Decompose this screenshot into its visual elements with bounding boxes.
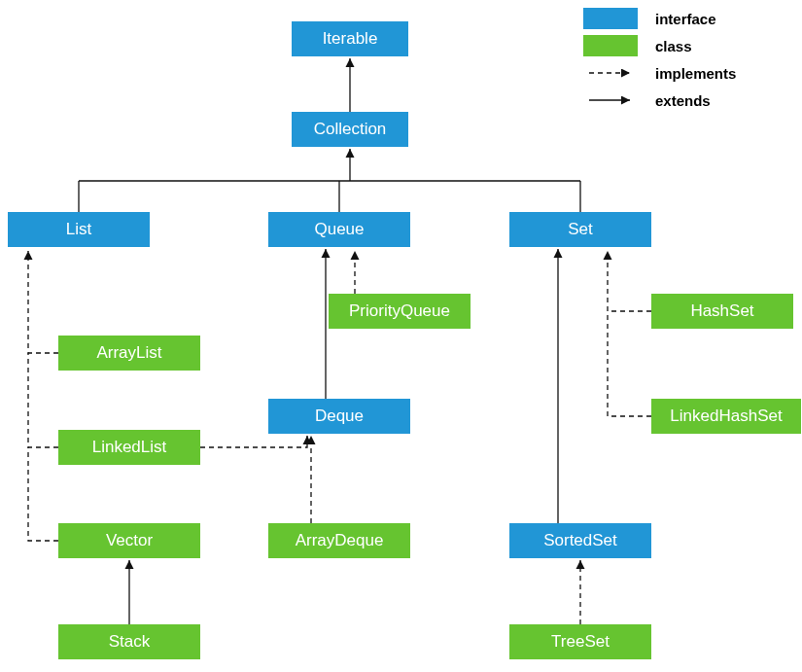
node-label: LinkedList <box>92 438 167 457</box>
node-collection: Collection <box>292 112 408 147</box>
node-label: Iterable <box>323 29 378 49</box>
node-set: Set <box>509 212 651 247</box>
legend-label-extends: extends <box>655 92 711 109</box>
legend-implements-icon <box>583 62 638 84</box>
node-vector: Vector <box>58 523 200 558</box>
node-arraydeque: ArrayDeque <box>268 523 410 558</box>
legend-row-implements: implements <box>583 62 736 84</box>
legend: interface class implements extends <box>583 8 736 117</box>
node-linkedhashset: LinkedHashSet <box>651 399 801 434</box>
legend-row-class: class <box>583 35 736 56</box>
node-iterable: Iterable <box>292 21 408 56</box>
legend-row-extends: extends <box>583 89 736 111</box>
legend-label-interface: interface <box>655 11 716 27</box>
node-stack: Stack <box>58 624 200 659</box>
node-label: Collection <box>314 120 387 139</box>
node-arraylist: ArrayList <box>58 336 200 371</box>
legend-extends-icon <box>583 89 638 111</box>
node-label: TreeSet <box>551 632 610 652</box>
node-linkedlist: LinkedList <box>58 430 200 465</box>
node-label: Stack <box>109 632 151 652</box>
swatch-interface <box>583 8 638 29</box>
node-label: Deque <box>315 407 364 426</box>
node-label: PriorityQueue <box>349 301 450 321</box>
node-priorityqueue: PriorityQueue <box>329 294 471 329</box>
node-label: SortedSet <box>543 531 617 550</box>
node-treeset: TreeSet <box>509 624 651 659</box>
node-list: List <box>8 212 150 247</box>
swatch-class <box>583 35 638 56</box>
node-label: ArrayList <box>96 343 161 363</box>
node-hashset: HashSet <box>651 294 793 329</box>
node-label: List <box>66 220 91 239</box>
legend-label-implements: implements <box>655 65 736 82</box>
node-label: Vector <box>106 531 153 550</box>
node-label: Set <box>568 220 593 239</box>
node-label: ArrayDeque <box>296 531 384 550</box>
node-queue: Queue <box>268 212 410 247</box>
legend-label-class: class <box>655 38 692 54</box>
node-label: Queue <box>314 220 364 239</box>
node-label: HashSet <box>690 301 753 321</box>
node-sortedset: SortedSet <box>509 523 651 558</box>
node-label: LinkedHashSet <box>670 407 782 426</box>
node-deque: Deque <box>268 399 410 434</box>
legend-row-interface: interface <box>583 8 736 29</box>
